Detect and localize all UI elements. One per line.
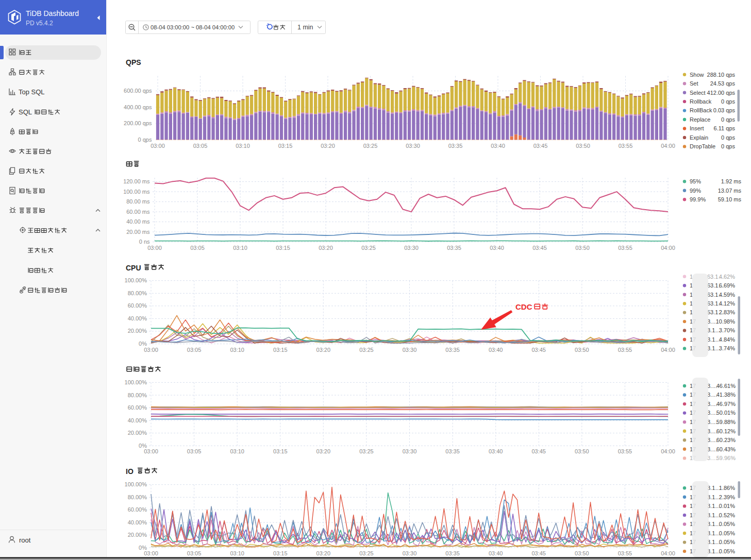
svg-text:03:00: 03:00 (144, 448, 158, 454)
svg-text:03:50: 03:50 (575, 245, 590, 251)
svg-text:100.00%: 100.00% (125, 277, 147, 283)
svg-text:03:15: 03:15 (276, 245, 290, 251)
svg-text:03:05: 03:05 (187, 448, 202, 454)
svg-text:412.00 qps: 412.00 qps (707, 90, 736, 96)
svg-text:SQL: SQL (19, 108, 32, 116)
svg-text:03:45: 03:45 (531, 448, 546, 454)
svg-text:TiDB Dashboard: TiDB Dashboard (26, 9, 79, 18)
svg-text:root: root (19, 536, 31, 544)
svg-text:Insert: Insert (690, 125, 704, 131)
svg-text:4.62%: 4.62% (719, 274, 735, 280)
svg-text:99%: 99% (690, 188, 701, 194)
svg-text:03:15: 03:15 (273, 550, 288, 556)
svg-text:20.00 ms: 20.00 ms (126, 229, 150, 235)
svg-text:03:05: 03:05 (187, 550, 202, 556)
svg-text:41.38%: 41.38% (716, 392, 736, 398)
svg-text:03:00: 03:00 (151, 143, 165, 149)
svg-text:60.00%: 60.00% (128, 404, 147, 411)
svg-text:03:15: 03:15 (273, 347, 288, 353)
svg-text:04:00: 04:00 (661, 448, 675, 454)
svg-text:0.05%: 0.05% (719, 539, 735, 545)
svg-text:24.53 qps: 24.53 qps (710, 80, 736, 87)
svg-text:04:00: 04:00 (661, 550, 675, 556)
svg-text:20.00%: 20.00% (128, 532, 147, 538)
svg-text:03:50: 03:50 (575, 448, 589, 454)
svg-text:03:00: 03:00 (144, 550, 158, 556)
svg-text:03:40: 03:40 (490, 245, 504, 251)
svg-text:03:35: 03:35 (448, 143, 463, 149)
svg-text:IO: IO (126, 467, 133, 476)
svg-text:03:15: 03:15 (273, 448, 288, 454)
svg-text:04:00: 04:00 (661, 245, 675, 251)
svg-text:03:50: 03:50 (576, 143, 590, 149)
svg-text:03:55: 03:55 (618, 347, 632, 353)
svg-text:PD v5.4.2: PD v5.4.2 (26, 20, 53, 27)
svg-text:60.00 ms: 60.00 ms (126, 209, 150, 215)
svg-text:03:25: 03:25 (359, 550, 374, 556)
svg-text:1.92 ms: 1.92 ms (721, 178, 742, 184)
svg-text:2.39%: 2.39% (719, 494, 735, 500)
svg-text:3.74%: 3.74% (719, 345, 735, 351)
svg-text:03:30: 03:30 (403, 550, 417, 556)
svg-text:0.05%: 0.05% (719, 548, 735, 554)
svg-text:95%: 95% (690, 178, 701, 184)
svg-text:03:40: 03:40 (491, 143, 505, 149)
svg-text:03:10: 03:10 (236, 143, 250, 149)
svg-text:59.88%: 59.88% (716, 419, 736, 425)
svg-text:4.59%: 4.59% (719, 292, 735, 298)
svg-text:120.00 ms: 120.00 ms (123, 178, 150, 184)
svg-text:600.00 qps: 600.00 qps (124, 88, 152, 94)
svg-text:03:40: 03:40 (489, 347, 503, 353)
svg-text:60.23%: 60.23% (716, 437, 736, 443)
svg-text:03:10: 03:10 (233, 245, 247, 251)
svg-text:03:20: 03:20 (316, 550, 331, 556)
svg-text:Rollback: Rollback (690, 98, 712, 105)
svg-text:2.83%: 2.83% (719, 309, 735, 315)
svg-text:CPU: CPU (126, 264, 141, 272)
svg-text:4.84%: 4.84% (719, 336, 735, 343)
svg-text:03:20: 03:20 (316, 347, 331, 353)
svg-text:80.00 ms: 80.00 ms (126, 198, 150, 205)
svg-text:60.00%: 60.00% (128, 506, 147, 513)
svg-text:03:35: 03:35 (445, 550, 460, 556)
svg-text:03:45: 03:45 (531, 550, 546, 556)
svg-text:0 qps: 0 qps (721, 98, 735, 105)
svg-text:0%: 0% (139, 545, 147, 551)
svg-text:03:05: 03:05 (193, 143, 208, 149)
svg-text:6.11 qps: 6.11 qps (714, 125, 736, 131)
svg-text:0 qps: 0 qps (721, 143, 735, 149)
svg-text:03:30: 03:30 (406, 143, 420, 149)
svg-text:Top SQL: Top SQL (19, 88, 45, 96)
svg-text:0.03 qps: 0.03 qps (713, 107, 736, 113)
svg-text:03:30: 03:30 (404, 245, 419, 251)
svg-text:60.12%: 60.12% (716, 428, 736, 434)
svg-text:03:15: 03:15 (278, 143, 293, 149)
svg-text:03:00: 03:00 (147, 245, 162, 251)
svg-text:03:25: 03:25 (359, 347, 374, 353)
svg-text:0%: 0% (139, 341, 147, 347)
svg-text:03:10: 03:10 (230, 448, 244, 454)
svg-text:03:45: 03:45 (533, 143, 548, 149)
svg-text:46.61%: 46.61% (716, 383, 736, 389)
svg-text:03:55: 03:55 (619, 143, 633, 149)
svg-text:50.01%: 50.01% (716, 410, 736, 416)
svg-text:3.70%: 3.70% (719, 327, 735, 333)
svg-text:80.00%: 80.00% (128, 494, 147, 500)
svg-text:1.86%: 1.86% (719, 485, 735, 491)
svg-text:Select: Select (690, 90, 706, 96)
svg-text:60.43%: 60.43% (716, 446, 736, 452)
svg-text:46.97%: 46.97% (716, 401, 736, 407)
svg-text:59.96%: 59.96% (716, 455, 736, 461)
svg-text:0.52%: 0.52% (719, 512, 735, 518)
svg-text:03:40: 03:40 (489, 550, 503, 556)
svg-text:03:05: 03:05 (187, 347, 202, 353)
svg-text:0.05%: 0.05% (719, 530, 735, 536)
svg-text:200.00 qps: 200.00 qps (124, 120, 152, 126)
svg-text:03:20: 03:20 (316, 448, 331, 454)
svg-text:04:00: 04:00 (661, 143, 675, 149)
svg-text:100.00%: 100.00% (125, 481, 147, 487)
svg-text:0.01%: 0.01% (719, 503, 735, 509)
svg-text:08-04 03:00:00 ~ 08-04 04:00:0: 08-04 03:00:00 ~ 08-04 04:00:00 (151, 24, 235, 30)
svg-text:288.10 qps: 288.10 qps (707, 72, 736, 78)
svg-text:60.00%: 60.00% (128, 302, 147, 309)
